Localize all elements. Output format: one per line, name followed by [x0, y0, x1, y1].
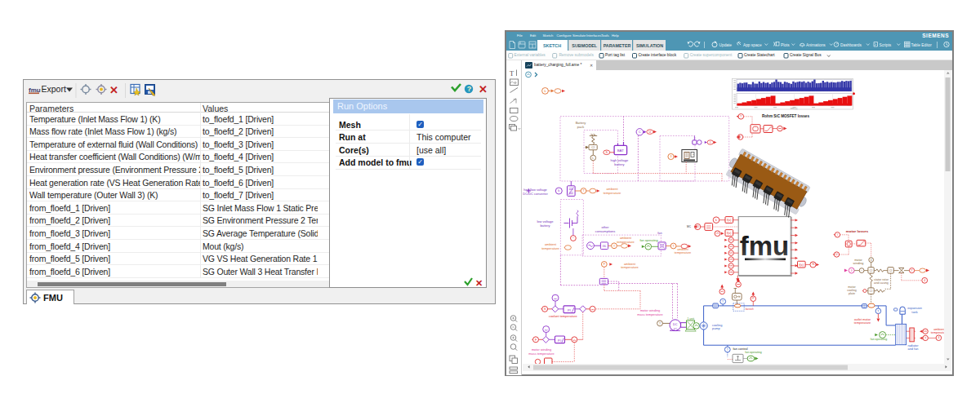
svg-text:f(x): f(x)	[800, 263, 804, 267]
svg-text:−: −	[861, 269, 862, 272]
svg-text:k: k	[715, 219, 717, 222]
svg-text:k: k	[558, 188, 559, 193]
svg-text:mass temperature: mass temperature	[637, 312, 662, 316]
svg-text:BAT: BAT	[617, 148, 625, 153]
svg-text:fmu: fmu	[740, 231, 790, 261]
svg-text:CI: CI	[870, 269, 872, 272]
svg-text:fan operating: fan operating	[745, 351, 761, 354]
svg-text:I: I	[837, 233, 838, 237]
svg-text:CI: CI	[591, 146, 595, 149]
svg-text:temperature: temperature	[604, 191, 621, 195]
svg-text:f(x): f(x)	[727, 232, 732, 235]
svg-text:tank: tank	[911, 310, 917, 314]
svg-text:temperature: temperature	[621, 265, 639, 269]
svg-text:GL: GL	[602, 244, 607, 248]
svg-text:winding: winding	[853, 262, 864, 265]
svg-text:outlet motor: outlet motor	[854, 318, 871, 321]
svg-text:temperature: temperature	[854, 321, 871, 325]
svg-text:coolant temperature: coolant temperature	[549, 314, 577, 318]
svg-text:PI: PI	[568, 308, 571, 312]
svg-text:battery: battery	[540, 223, 550, 228]
svg-text:TB: TB	[812, 263, 815, 266]
svg-text:1 unit: 1 unit	[688, 317, 694, 321]
svg-text:mot: mot	[674, 327, 677, 330]
svg-text:and fan: and fan	[908, 347, 919, 351]
svg-text:time (s): time (s)	[791, 107, 798, 110]
svg-text:fan: fan	[657, 231, 662, 235]
svg-text:U: U	[648, 131, 651, 134]
svg-text:P.I: P.I	[558, 339, 561, 343]
svg-text:T: T	[740, 115, 742, 118]
svg-text:fan operating: fan operating	[871, 338, 887, 341]
svg-text:DC: DC	[673, 323, 678, 326]
svg-text:pump: pump	[712, 326, 720, 330]
svg-text:plate: plate	[849, 292, 855, 295]
svg-text:CI: CI	[870, 290, 872, 293]
svg-text:C: C	[639, 131, 641, 134]
svg-text:3: 3	[851, 269, 853, 272]
svg-text:CI: CI	[889, 269, 892, 272]
svg-text:fan operating: fan operating	[639, 239, 657, 242]
svg-text:ambient: ambient	[933, 328, 945, 331]
svg-text:consumptions: consumptions	[595, 229, 616, 233]
svg-text:f(x): f(x)	[727, 219, 732, 222]
svg-text:4: 4	[924, 279, 925, 282]
svg-text:+: +	[693, 153, 694, 156]
svg-text:motor losses: motor losses	[846, 229, 869, 233]
svg-text:T: T	[924, 337, 926, 340]
svg-text:battery: battery	[614, 162, 624, 166]
svg-text:bat exch: bat exch	[746, 308, 754, 311]
svg-text:θ: θ	[871, 259, 872, 262]
svg-text:T: T	[911, 269, 913, 272]
svg-text:I: I	[710, 141, 710, 144]
svg-text:LS: LS	[716, 232, 719, 235]
svg-text:L: L	[592, 157, 594, 160]
svg-text:DC/DC converter: DC/DC converter	[523, 192, 548, 196]
svg-text:and casing: and casing	[874, 281, 889, 285]
svg-text:k: k	[545, 89, 546, 93]
svg-text:3: 3	[670, 155, 672, 158]
svg-text:temperature: temperature	[617, 240, 635, 244]
svg-text:mass temperature: mass temperature	[528, 352, 554, 356]
svg-text:temperature: temperature	[675, 251, 691, 254]
svg-text:pack: pack	[577, 125, 584, 129]
svg-text:temperature: temperature	[541, 246, 559, 250]
svg-text:Rohm SiC MOSFET losses: Rohm SiC MOSFET losses	[762, 114, 809, 118]
svg-text:4: 4	[938, 336, 939, 339]
svg-text:MC: MC	[687, 225, 692, 228]
svg-text:motor: motor	[854, 259, 862, 262]
